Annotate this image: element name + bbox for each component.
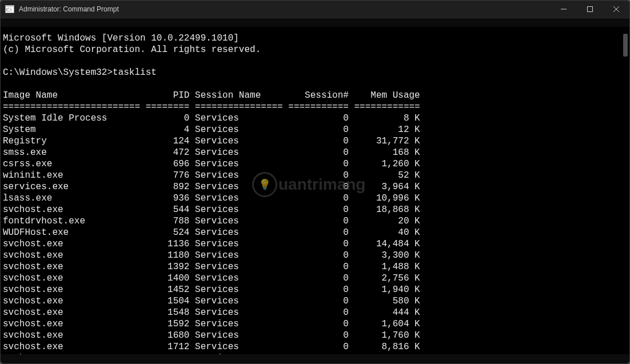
- svg-text:C:\: C:\: [6, 7, 13, 13]
- terminal-output[interactable]: Microsoft Windows [Version 10.0.22499.10…: [1, 27, 629, 354]
- titlebar[interactable]: C:\ Administrator: Command Prompt: [1, 1, 629, 18]
- window-title: Administrator: Command Prompt: [19, 5, 119, 13]
- svg-rect-4: [588, 7, 593, 12]
- command-prompt-window: C:\ Administrator: Command Prompt Micros…: [0, 0, 630, 364]
- scrollbar-track[interactable]: [621, 20, 628, 357]
- cmd-icon: C:\: [5, 5, 14, 14]
- minimize-button[interactable]: [551, 1, 577, 18]
- maximize-button[interactable]: [577, 1, 603, 18]
- close-button[interactable]: [603, 1, 629, 18]
- scrollbar-thumb[interactable]: [623, 34, 628, 57]
